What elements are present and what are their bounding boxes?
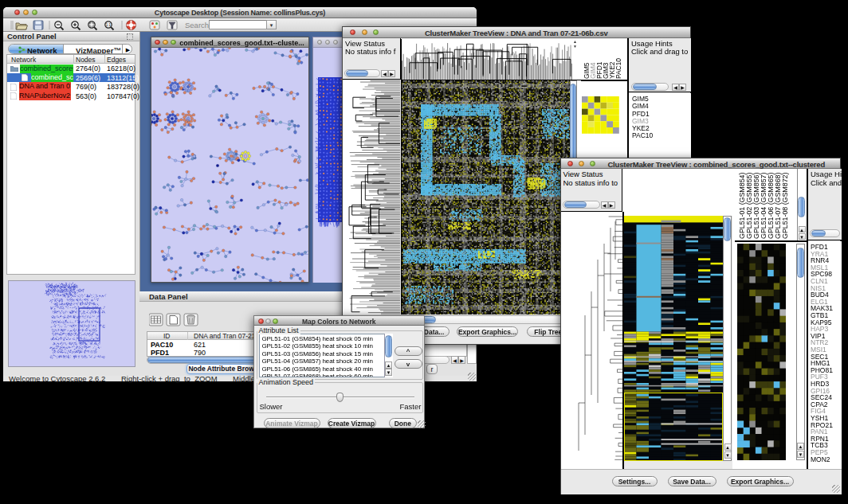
svg-text:1:1: 1:1 — [106, 22, 112, 26]
svg-text:Search:: Search: — [185, 21, 211, 29]
